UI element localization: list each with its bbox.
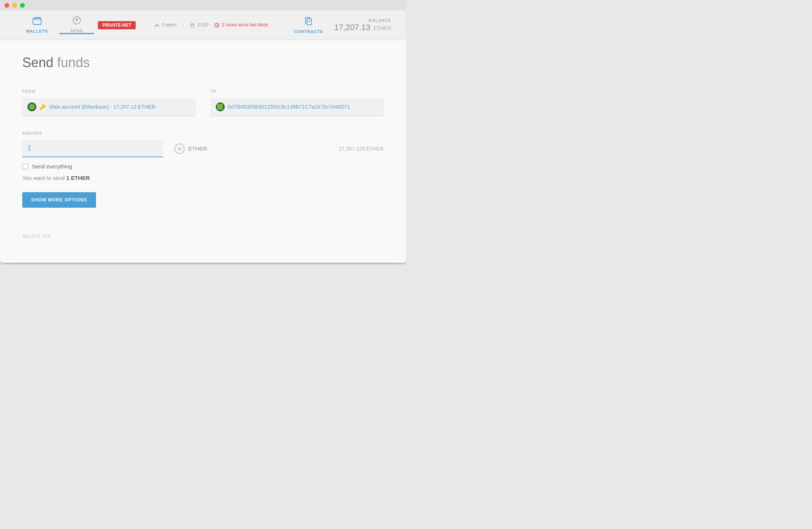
app-window: WALLETS SEND PRIVATE-NET 0 peers — [0, 0, 406, 263]
amount-input[interactable] — [22, 140, 163, 157]
balance-section: BALANCE 17,207.13 ETHER — [334, 18, 391, 32]
minimize-button[interactable] — [12, 3, 17, 8]
blocks-status: 3,520 — [190, 22, 208, 28]
wallets-icon — [33, 17, 42, 27]
nav-contracts[interactable]: CONTRACTS — [283, 17, 334, 34]
currency-icon — [174, 144, 185, 154]
send-everything-label: Send everything — [32, 163, 72, 170]
send-everything-checkbox[interactable] — [22, 164, 28, 170]
balance-currency: ETHER — [374, 25, 391, 31]
amount-label: AMOUNT — [22, 131, 384, 135]
to-address-text: 0xf7B06365E9012592c8c136B71C7a2475c7A94D… — [228, 104, 350, 110]
send-everything-row: Send everything — [22, 163, 384, 170]
send-summary-amount: 1 ETHER — [66, 175, 90, 181]
main-content: Send funds FROM 🟢 🔑 Main account (Etherb… — [0, 40, 406, 263]
amount-row: ETHER 17,207.125 ETHER — [22, 140, 384, 157]
currency-selector[interactable]: ETHER — [174, 144, 207, 154]
title-bar — [0, 0, 406, 10]
available-balance: 17,207.125 ETHER — [339, 146, 384, 152]
svg-line-8 — [217, 25, 218, 26]
select-fee-label: SELECT FEE — [22, 226, 384, 239]
from-to-row: FROM 🟢 🔑 Main account (Etherbase) - 17,2… — [22, 89, 384, 116]
from-group: FROM 🟢 🔑 Main account (Etherbase) - 17,2… — [22, 89, 196, 116]
from-avatar: 🟢 — [27, 102, 36, 111]
amount-section: AMOUNT ETHER 17,207.125 ETHER — [22, 131, 384, 181]
page-title-bold: Send — [22, 55, 53, 70]
to-account-field[interactable]: 🟩 0xf7B06365E9012592c8c136B71C7a2475c7A9… — [211, 98, 384, 116]
nav-wallets[interactable]: WALLETS — [15, 17, 59, 33]
contracts-label: CONTRACTS — [294, 29, 323, 34]
balance-display: 17,207.13 ETHER — [334, 23, 391, 32]
peers-status: 0 peers — [154, 22, 176, 27]
navbar: WALLETS SEND PRIVATE-NET 0 peers — [0, 10, 406, 40]
page-title: Send funds — [22, 55, 384, 70]
send-summary: You want to send 1 ETHER. — [22, 175, 384, 181]
balance-value: 17,207.13 — [334, 23, 370, 32]
currency-label: ETHER — [188, 145, 207, 152]
from-account-text: Main account (Etherbase) - 17,207.13 ETH… — [49, 104, 155, 110]
send-summary-suffix: . — [90, 175, 91, 181]
nav-send[interactable]: SEND — [59, 16, 95, 34]
show-more-options-button[interactable]: SHOW MORE OPTIONS — [22, 192, 96, 208]
from-account-field[interactable]: 🟢 🔑 Main account (Etherbase) - 17,207.13… — [22, 98, 196, 116]
to-group: TO 🟩 0xf7B06365E9012592c8c136B71C7a2475c… — [211, 89, 384, 116]
balance-label: BALANCE — [334, 18, 391, 23]
close-button[interactable] — [4, 3, 9, 8]
maximize-button[interactable] — [20, 3, 25, 8]
contracts-icon — [304, 17, 313, 28]
send-summary-prefix: You want to send — [22, 175, 66, 181]
send-icon — [72, 16, 81, 27]
to-label: TO — [211, 89, 384, 93]
amount-input-wrap — [22, 140, 163, 157]
status-bar: 0 peers | 3,520 2 hours since last block — [139, 22, 283, 28]
send-label: SEND — [70, 29, 83, 33]
key-icon: 🔑 — [39, 104, 46, 110]
from-label: FROM — [22, 89, 196, 93]
svg-rect-1 — [33, 19, 41, 20]
page-title-light: funds — [53, 55, 90, 70]
time-status: 2 hours since last block — [214, 22, 268, 28]
network-badge: PRIVATE-NET — [98, 21, 136, 29]
svg-rect-5 — [191, 23, 194, 25]
to-avatar: 🟩 — [216, 102, 225, 111]
wallets-label: WALLETS — [26, 29, 48, 33]
